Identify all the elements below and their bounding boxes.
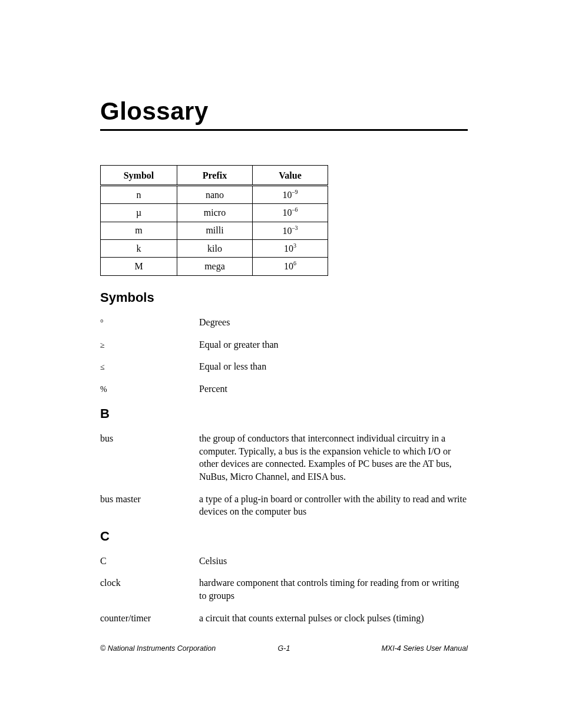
definition-description: a circuit that counts external pulses or… — [199, 612, 468, 625]
prefix-name-cell: mega — [177, 258, 253, 275]
definition-term: clock — [100, 577, 199, 589]
prefix-symbol-cell: µ — [101, 204, 177, 222]
prefix-name-cell: kilo — [177, 239, 253, 257]
prefix-name-cell: nano — [177, 186, 253, 204]
prefix-symbol-cell: m — [101, 222, 177, 239]
definition-row: bus master a type of a plug-in board or … — [100, 493, 468, 518]
definition-description: Celsius — [199, 555, 468, 568]
prefix-name-cell: micro — [177, 204, 253, 222]
prefix-table-header-prefix: Prefix — [177, 166, 253, 186]
prefix-table-header-value: Value — [253, 166, 328, 186]
prefix-value-cell: 10–9 — [253, 186, 328, 204]
prefix-table: Symbol Prefix Value n nano 10–9 µ micro … — [100, 165, 328, 276]
definition-term: ≥ — [100, 338, 199, 351]
definition-row: bus the group of conductors that interco… — [100, 432, 468, 483]
definition-description: Degrees — [199, 316, 468, 329]
definition-row: ° Degrees — [100, 316, 468, 329]
definition-row: counter/timer a circuit that counts exte… — [100, 612, 468, 625]
section-heading-symbols: Symbols — [100, 290, 468, 305]
section-heading-c: C — [100, 529, 468, 544]
definition-row: clock hardware component that controls t… — [100, 577, 468, 602]
definition-description: Equal or greater than — [199, 338, 468, 351]
c-definitions: C Celsius clock hardware component that … — [100, 555, 468, 624]
prefix-value-cell: 10–3 — [253, 222, 328, 239]
prefix-symbol-cell: k — [101, 239, 177, 257]
page-title: Glossary — [100, 97, 468, 131]
definition-row: ≤ Equal or less than — [100, 360, 468, 373]
page: Glossary Symbol Prefix Value n nano 10–9… — [0, 0, 562, 728]
table-row: m milli 10–3 — [101, 222, 328, 239]
definition-term: ° — [100, 316, 199, 329]
page-footer: © National Instruments Corporation G-1 M… — [100, 644, 468, 653]
definition-term: bus master — [100, 493, 199, 506]
prefix-symbol-cell: n — [101, 186, 177, 204]
definition-description: hardware component that controls timing … — [199, 577, 468, 602]
definition-term: ≤ — [100, 360, 199, 373]
definition-term: bus — [100, 432, 199, 445]
definition-description: Percent — [199, 383, 468, 396]
table-row: k kilo 103 — [101, 239, 328, 257]
table-row: M mega 106 — [101, 258, 328, 275]
definition-description: Equal or less than — [199, 360, 468, 373]
footer-manual-title: MXI-4 Series User Manual — [381, 644, 468, 653]
prefix-value-cell: 103 — [253, 239, 328, 257]
table-row: µ micro 10–6 — [101, 204, 328, 222]
definition-row: % Percent — [100, 383, 468, 396]
definition-term: counter/timer — [100, 612, 199, 625]
prefix-symbol-cell: M — [101, 258, 177, 275]
definition-row: C Celsius — [100, 555, 468, 568]
definition-description: the group of conductors that interconnec… — [199, 432, 468, 483]
definition-term: % — [100, 383, 199, 396]
prefix-value-cell: 10–6 — [253, 204, 328, 222]
definition-row: ≥ Equal or greater than — [100, 338, 468, 351]
prefix-table-header-symbol: Symbol — [101, 166, 177, 186]
table-row: n nano 10–9 — [101, 186, 328, 204]
b-definitions: bus the group of conductors that interco… — [100, 432, 468, 518]
symbols-definitions: ° Degrees ≥ Equal or greater than ≤ Equa… — [100, 316, 468, 396]
prefix-value-cell: 106 — [253, 258, 328, 275]
footer-copyright: © National Instruments Corporation — [100, 644, 216, 653]
definition-term: C — [100, 555, 199, 568]
definition-description: a type of a plug-in board or controller … — [199, 493, 468, 518]
section-heading-b: B — [100, 406, 468, 421]
prefix-name-cell: milli — [177, 222, 253, 239]
